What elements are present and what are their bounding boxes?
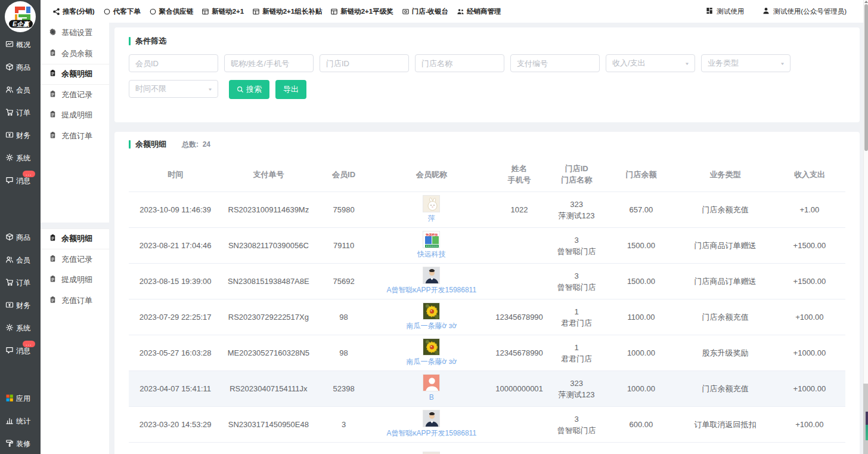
chevron-down-icon: ▾ [209,87,212,91]
sidebar-item-商品[interactable]: 商品 [0,56,41,79]
sidebar-item-财务[interactable]: 财务 [0,124,41,147]
cell-member-id: 3 [315,407,373,443]
nickname-link[interactable]: 南瓜一条藤ờ ɜờ [407,320,457,332]
sidebar-item-装修[interactable]: 装修 [0,433,41,454]
topnav-item-label: 门店-收银台 [412,7,448,16]
scrollbar-thumb[interactable] [864,4,868,151]
nickname-link[interactable]: A曾智聪ĸAPP开发15986811 [387,285,477,296]
sidebar-item-会员[interactable]: 会员 [0,79,41,101]
table-row[interactable]: 2023-03-20 14:53:29SN2303171450950E483A曾… [129,407,845,443]
cell-nickname [373,443,491,454]
cell-store: 3曾智聪门店 [548,228,605,264]
submenu-item-基础设置[interactable]: 基础设置 [41,23,109,44]
topnav-item-2[interactable]: 聚合供应链 [149,7,194,16]
sidebar-item-订单[interactable]: 订单 [0,271,41,294]
avatar [423,410,440,427]
topnav-item-3[interactable]: 新链动2+1 [202,7,244,16]
sidebar-item-会员[interactable]: 会员 [0,249,41,271]
table-row[interactable]: 3 [129,443,845,454]
cell-biz-type: 门店商品订单赠送 [677,228,773,264]
nickname-link[interactable]: A曾智聪ĸAPP开发15986811 [387,428,477,439]
search-button[interactable]: 搜索 [229,80,269,99]
cell-nickname: B [373,371,491,407]
topnav-item-7[interactable]: 经销商管理 [457,7,501,16]
submenu-item-会员余额[interactable]: 会员余额 [41,44,109,64]
topbar-right-item-1[interactable]: 测试使用(公众号管理员) [762,7,847,16]
title-accent-bar [129,140,131,149]
table-row[interactable]: 2023-07-29 22:25:17RS20230729222517Xg98南… [129,299,845,335]
filter-select-1[interactable]: 业务类型▾ [701,54,790,72]
col-header-1: 支付单号 [222,158,315,192]
floating-widget-edge[interactable] [866,412,868,440]
cell-store: 3 [548,443,605,454]
submenu-item-余额明细[interactable]: 余额明细 [41,64,109,85]
nickname-link[interactable]: 南瓜一条藤ờ ɜờ [407,356,457,367]
sidebar-item-概况[interactable]: 概况 [0,33,41,56]
nickname-link[interactable]: 快远科技 [417,249,446,260]
cell-nickname: 南瓜一条藤ờ ɜờ [373,335,491,371]
nickname-link[interactable]: 萍 [428,213,435,224]
table-row[interactable]: 2023-08-21 17:04:46SN230821170390056C791… [129,228,845,264]
sidebar-item-订单[interactable]: 订单 [0,101,41,124]
filter-input-1[interactable] [224,54,314,72]
submenu-item-充值订单[interactable]: 充值订单 [41,126,109,147]
deco-icon [5,439,14,449]
col-header-8: 收入支出 [774,158,845,192]
sidebar-item-系统[interactable]: 系统 [0,147,41,169]
clip-icon [49,296,57,305]
submenu-item-充值记录[interactable]: 充值记录 [41,85,109,106]
submenu-item-label: 充值记录 [61,254,92,265]
submenu-item-提成明细[interactable]: 提成明细 [41,270,109,291]
sidebar-item-label: 消息 [16,176,30,186]
filter-select-0[interactable]: 收入/支出▾ [606,54,695,72]
topbar-right-label: 测试使用 [717,7,744,16]
filter-input-3[interactable] [415,54,504,72]
member-icon [5,255,14,265]
balance-table: 时间支付单号会员ID会员昵称姓名手机号门店ID门店名称门店余额业务类型收入支出 … [129,158,845,454]
cell-inout: +1000.00 [774,371,845,407]
scrollbar-up-arrow[interactable] [864,1,868,3]
export-button[interactable]: 导出 [275,80,306,99]
chevron-down-icon: ▾ [781,61,784,66]
sidebar-item-商品[interactable]: 商品 [0,226,41,249]
topnav-item-1[interactable]: 代客下单 [103,7,141,16]
clip-icon [49,255,57,264]
submenu-item-label: 提成明细 [61,274,92,285]
system-icon [5,153,14,163]
topbar-right-item-0[interactable]: 测试使用 [705,7,744,16]
sidebar-item-应用[interactable]: 应用 [0,387,41,410]
topnav-item-6[interactable]: 门店-收银台 [402,7,448,16]
cell-phone: 10000000001 [491,371,548,407]
topnav-item-4[interactable]: 新链动2+1组长补贴 [252,7,322,16]
dealer-icon [457,8,464,16]
filter-input-0[interactable] [129,54,218,72]
sidebar-item-财务[interactable]: 财务 [0,294,41,317]
table-row[interactable]: 2023-08-15 19:39:00SN2308151938487A8E756… [129,264,845,299]
sidebar-item-label: 商品 [16,233,30,243]
table-row[interactable]: 2023-05-27 16:03:28ME20230527160328N598南… [129,335,845,371]
filter-input-4[interactable] [510,54,600,72]
cell-inout: +1500.00 [774,264,845,299]
table-row[interactable]: 2023-04-07 15:41:11RS20230407154111Jx523… [129,371,845,407]
topnav-item-5[interactable]: 新链动2+1平级奖 [330,7,393,16]
submenu-item-提成明细[interactable]: 提成明细 [41,105,109,126]
sidebar-item-label: 统计 [16,416,30,427]
finance-icon [5,131,14,141]
sidebar-item-系统[interactable]: 系统 [0,317,41,339]
submenu-item-充值记录[interactable]: 充值记录 [41,249,109,270]
submenu-item-充值订单[interactable]: 充值订单 [41,291,109,311]
submenu-item-余额明细[interactable]: 余额明细 [41,228,109,249]
cell-balance: 1000.00 [605,371,677,407]
topnav-item-0[interactable]: 推客(分销) [52,7,95,16]
cell-biz-type: 股东升级奖励 [677,335,773,371]
system-icon [5,323,14,333]
brand-logo[interactable]: E企赢 [0,0,41,33]
cell-pay-no: RS20230407154111Jx [222,371,315,407]
filter-input-2[interactable] [320,54,409,72]
sidebar-item-统计[interactable]: 统计 [0,410,41,433]
sidebar-item-消息[interactable]: 消息... [0,339,41,362]
sidebar-item-消息[interactable]: 消息... [0,169,41,192]
nickname-link[interactable]: B [429,392,434,403]
time-range-select[interactable]: 时间不限▾ [129,80,218,98]
table-row[interactable]: 2023-10-09 11:46:39RS20231009114639Mz759… [129,192,845,228]
